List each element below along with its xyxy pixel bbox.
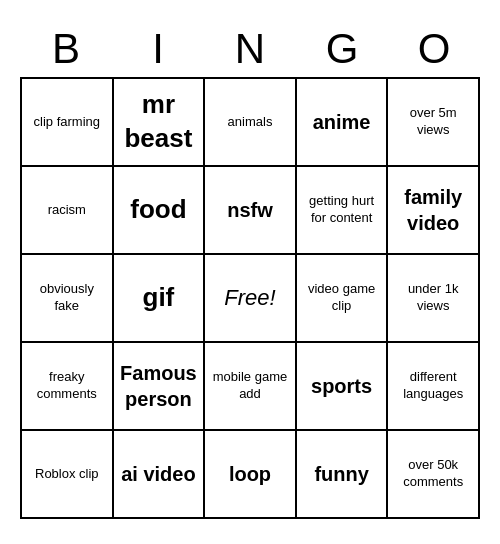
bingo-cell: different languages [388,343,480,431]
cell-text: freaky comments [26,369,108,403]
cell-text: gif [143,281,175,315]
bingo-cell: gif [114,255,206,343]
bingo-cell: video game clip [297,255,389,343]
cell-text: sports [311,373,372,399]
cell-text: Famous person [118,360,200,412]
cell-text: over 5m views [392,105,474,139]
bingo-cell: anime [297,79,389,167]
bingo-letter: G [297,25,387,73]
bingo-cell: over 5m views [388,79,480,167]
bingo-cell: getting hurt for content [297,167,389,255]
bingo-cell: nsfw [205,167,297,255]
cell-text: mobile game add [209,369,291,403]
bingo-cell: Free! [205,255,297,343]
bingo-cell: loop [205,431,297,519]
bingo-cell: animals [205,79,297,167]
bingo-letter: I [113,25,203,73]
bingo-card: BINGO clip farmingmr beastanimalsanimeov… [10,15,490,529]
cell-text: ai video [121,461,195,487]
cell-text: family video [392,184,474,236]
cell-text: getting hurt for content [301,193,383,227]
cell-text: video game clip [301,281,383,315]
cell-text: over 50k comments [392,457,474,491]
bingo-cell: under 1k views [388,255,480,343]
cell-text: racism [48,202,86,219]
cell-text: mr beast [118,88,200,156]
bingo-letter: N [205,25,295,73]
bingo-cell: funny [297,431,389,519]
bingo-cell: clip farming [22,79,114,167]
bingo-cell: freaky comments [22,343,114,431]
bingo-cell: family video [388,167,480,255]
cell-text: nsfw [227,197,273,223]
cell-text: clip farming [34,114,100,131]
bingo-cell: mobile game add [205,343,297,431]
cell-text: food [130,193,186,227]
bingo-grid: clip farmingmr beastanimalsanimeover 5m … [20,77,480,519]
bingo-cell: over 50k comments [388,431,480,519]
bingo-title: BINGO [20,25,480,73]
cell-text: obviously fake [26,281,108,315]
bingo-letter: B [21,25,111,73]
bingo-cell: ai video [114,431,206,519]
cell-text: under 1k views [392,281,474,315]
cell-text: funny [314,461,368,487]
bingo-cell: obviously fake [22,255,114,343]
bingo-cell: mr beast [114,79,206,167]
bingo-cell: Famous person [114,343,206,431]
cell-text: loop [229,461,271,487]
bingo-letter: O [389,25,479,73]
bingo-cell: racism [22,167,114,255]
bingo-cell: food [114,167,206,255]
cell-text: Roblox clip [35,466,99,483]
bingo-cell: sports [297,343,389,431]
cell-text: different languages [392,369,474,403]
cell-text: Free! [224,284,275,313]
cell-text: animals [228,114,273,131]
bingo-cell: Roblox clip [22,431,114,519]
cell-text: anime [313,109,371,135]
